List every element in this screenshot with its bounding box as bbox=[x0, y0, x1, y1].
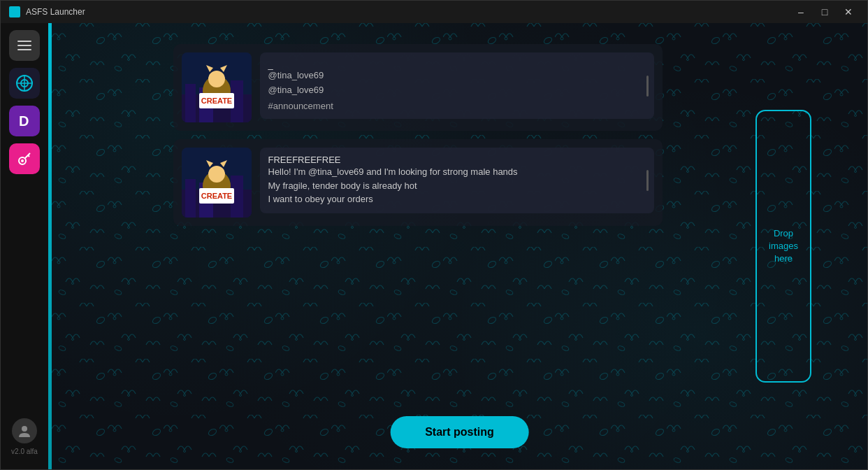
post-handle3-1: @tina_love69 bbox=[268, 85, 646, 95]
title-bar: ASFS Launcher – □ ✕ bbox=[1, 1, 867, 23]
svg-point-21 bbox=[208, 71, 225, 87]
post-line-3: I want to obey your orders bbox=[268, 192, 646, 206]
post-card-2: CREATE FREEFREEFREE Hello! I'm @tina_lov… bbox=[173, 139, 663, 226]
svg-rect-28 bbox=[185, 179, 196, 218]
drop-zone-label: Drop images here bbox=[764, 227, 803, 266]
scroll-indicator-2 bbox=[646, 170, 649, 191]
hamburger-icon bbox=[17, 41, 31, 50]
svg-point-9 bbox=[22, 426, 27, 432]
svg-point-6 bbox=[21, 159, 24, 162]
post-content-2: Hello! I'm @tina_love69 and I'm looking … bbox=[268, 165, 646, 206]
svg-point-32 bbox=[208, 166, 225, 183]
svg-text:CREATE: CREATE bbox=[201, 192, 231, 200]
sidebar: D v2.0 alfa bbox=[1, 23, 48, 469]
avatar[interactable] bbox=[12, 418, 37, 443]
post-text-area-2: FREEFREEFREE Hello! I'm @tina_love69 and… bbox=[260, 148, 654, 213]
post-line-2: My fragile, tender body is already hot bbox=[268, 179, 646, 193]
main-area: D v2.0 alfa bbox=[1, 23, 867, 469]
minimize-button[interactable]: – bbox=[790, 4, 811, 20]
svg-rect-17 bbox=[185, 84, 196, 122]
post-line-1: Hello! I'm @tina_love69 and I'm looking … bbox=[268, 165, 646, 179]
post-handle2-1: @tina_love69 bbox=[268, 70, 646, 80]
post-text-area-1: _ @tina_love69 @tina_love69 #announcemen… bbox=[260, 52, 654, 119]
sidebar-bottom: v2.0 alfa bbox=[11, 418, 38, 462]
dash-icon: D bbox=[16, 113, 33, 129]
window-controls: – □ ✕ bbox=[790, 4, 859, 20]
sidebar-item-browser[interactable] bbox=[9, 68, 40, 99]
post-handle-1: _ bbox=[268, 59, 646, 70]
scroll-indicator-1 bbox=[646, 76, 649, 97]
version-label: v2.0 alfa bbox=[11, 448, 38, 455]
window-frame: ASFS Launcher – □ ✕ bbox=[0, 0, 868, 470]
thumb-art-2: CREATE bbox=[182, 148, 252, 218]
app-title: ASFS Launcher bbox=[26, 7, 85, 17]
thumb-art-1: CREATE bbox=[182, 52, 252, 122]
start-posting-button[interactable]: Start posting bbox=[390, 416, 529, 448]
sidebar-item-dash[interactable]: D bbox=[9, 106, 40, 136]
post-thumbnail-1: CREATE bbox=[182, 52, 252, 122]
post-thumbnail-2: CREATE bbox=[182, 148, 252, 218]
post-tag-1: #announcement bbox=[268, 101, 333, 111]
sidebar-item-guitar[interactable] bbox=[9, 143, 40, 174]
content-area: CREATE _ @tina_love69 @tina_love69 #anno… bbox=[52, 23, 867, 469]
title-bar-left: ASFS Launcher bbox=[9, 6, 85, 17]
content-inner: CREATE _ @tina_love69 @tina_love69 #anno… bbox=[52, 23, 867, 469]
sidebar-item-menu[interactable] bbox=[9, 30, 40, 61]
drop-zone[interactable]: Drop images here bbox=[755, 110, 811, 383]
app-icon bbox=[9, 6, 20, 17]
close-button[interactable]: ✕ bbox=[838, 4, 859, 20]
posts-area: CREATE _ @tina_love69 @tina_love69 #anno… bbox=[173, 44, 663, 226]
browser-icon bbox=[15, 74, 34, 92]
post-card-1: CREATE _ @tina_love69 @tina_love69 #anno… bbox=[173, 44, 663, 131]
user-icon bbox=[17, 423, 32, 439]
maximize-button[interactable]: □ bbox=[814, 4, 835, 20]
svg-line-8 bbox=[28, 155, 29, 157]
svg-text:CREATE: CREATE bbox=[201, 97, 231, 105]
svg-text:D: D bbox=[19, 113, 29, 129]
post-title-2: FREEFREEFREE bbox=[268, 155, 646, 165]
guitar-icon bbox=[16, 150, 33, 167]
